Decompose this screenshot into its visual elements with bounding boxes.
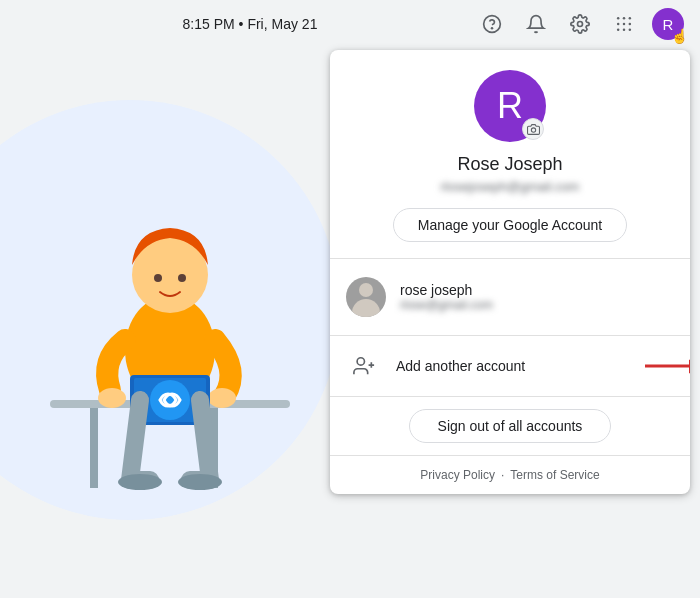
account-dropdown: R Rose Joseph rlosejoseph@gmail.com Mana… xyxy=(330,50,690,494)
add-person-icon xyxy=(346,348,382,384)
add-account-label: Add another account xyxy=(396,358,525,374)
svg-point-19 xyxy=(154,274,162,282)
account-item-email: rlose@gmail.com xyxy=(400,298,674,312)
panel-header: R Rose Joseph rlosejoseph@gmail.com Mana… xyxy=(330,50,690,259)
svg-point-23 xyxy=(150,380,190,420)
privacy-policy-link[interactable]: Privacy Policy xyxy=(420,468,495,482)
svg-point-24 xyxy=(118,474,162,490)
svg-point-17 xyxy=(208,388,236,408)
svg-point-10 xyxy=(623,29,626,32)
camera-icon xyxy=(527,123,540,136)
svg-point-20 xyxy=(178,274,186,282)
account-list: rose joseph rlose@gmail.com xyxy=(330,259,690,336)
svg-point-8 xyxy=(629,23,632,26)
person-illustration xyxy=(30,120,310,520)
footer-separator: · xyxy=(501,468,504,482)
account-item-name: rose joseph xyxy=(400,282,674,298)
cursor: ☝ xyxy=(671,28,688,44)
svg-point-11 xyxy=(629,29,632,32)
account-avatar-button[interactable]: R ☝ xyxy=(652,8,684,40)
panel-footer: Privacy Policy · Terms of Service xyxy=(330,456,690,494)
svg-rect-13 xyxy=(90,408,98,488)
topbar: 8:15 PM • Fri, May 21 R ☝ xyxy=(0,0,700,48)
user-name: Rose Joseph xyxy=(457,154,562,175)
signout-section: Sign out of all accounts xyxy=(330,397,690,456)
bell-icon xyxy=(526,14,546,34)
svg-point-27 xyxy=(357,358,364,365)
manage-account-button[interactable]: Manage your Google Account xyxy=(393,208,627,242)
gear-icon xyxy=(570,14,590,34)
settings-button[interactable] xyxy=(564,8,596,40)
account-info: rose joseph rlose@gmail.com xyxy=(400,282,674,312)
help-button[interactable] xyxy=(476,8,508,40)
account-item-avatar xyxy=(346,277,386,317)
svg-point-7 xyxy=(623,23,626,26)
apps-button[interactable] xyxy=(608,8,640,40)
svg-point-3 xyxy=(617,17,620,20)
add-account-button[interactable]: Add another account xyxy=(330,336,690,396)
account-item[interactable]: rose joseph rlose@gmail.com xyxy=(330,267,690,327)
change-photo-button[interactable] xyxy=(522,118,544,140)
grid-icon xyxy=(614,14,634,34)
svg-point-25 xyxy=(178,474,222,490)
svg-point-4 xyxy=(623,17,626,20)
svg-point-16 xyxy=(98,388,126,408)
datetime: 8:15 PM • Fri, May 21 xyxy=(16,16,464,32)
background-illustration xyxy=(0,50,380,598)
svg-point-9 xyxy=(617,29,620,32)
svg-point-5 xyxy=(629,17,632,20)
svg-point-6 xyxy=(617,23,620,26)
signout-button[interactable]: Sign out of all accounts xyxy=(409,409,612,443)
question-icon xyxy=(482,14,502,34)
user-email: rlosejoseph@gmail.com xyxy=(441,179,580,194)
terms-of-service-link[interactable]: Terms of Service xyxy=(510,468,599,482)
svg-point-2 xyxy=(578,22,583,27)
panel-avatar-container: R xyxy=(474,70,546,142)
red-arrow xyxy=(645,365,690,368)
notifications-button[interactable] xyxy=(520,8,552,40)
svg-point-26 xyxy=(531,127,535,131)
